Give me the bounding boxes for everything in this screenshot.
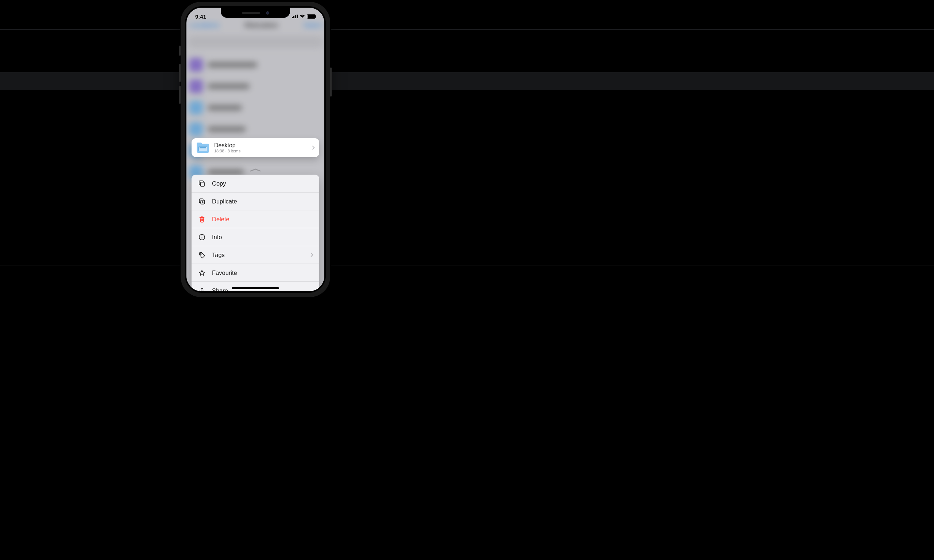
iphone-screen: 9:41 ‹ Locations Relocation Select — [186, 8, 324, 291]
preview-subtitle: 18:38 · 3 items — [214, 149, 240, 153]
status-indicators — [292, 11, 316, 18]
menu-item-delete[interactable]: Delete — [191, 210, 319, 228]
menu-label: Favourite — [212, 269, 237, 276]
menu-item-favourite[interactable]: Favourite — [191, 264, 319, 282]
share-icon — [198, 287, 205, 292]
duplicate-icon — [198, 198, 205, 205]
menu-item-tags[interactable]: Tags — [191, 246, 319, 264]
notch — [221, 8, 290, 18]
svg-point-3 — [201, 235, 202, 236]
volume-down-button — [179, 86, 180, 104]
menu-label: Info — [212, 234, 222, 241]
chevron-right-icon — [309, 253, 313, 257]
status-time: 9:41 — [195, 11, 206, 20]
volume-up-button — [179, 64, 180, 82]
power-button — [330, 68, 331, 97]
speaker-grille — [242, 12, 260, 14]
svg-point-4 — [200, 253, 201, 254]
menu-label: Copy — [212, 180, 226, 187]
menu-scroll-indicator[interactable] — [250, 167, 261, 170]
menu-item-share[interactable]: Share — [191, 282, 319, 291]
preview-title: Desktop — [214, 142, 240, 149]
cellular-signal-icon — [292, 15, 298, 18]
chevron-right-icon — [310, 145, 314, 149]
svg-rect-0 — [200, 182, 204, 186]
context-menu: Copy Duplicate — [191, 175, 319, 291]
menu-label: Duplicate — [212, 198, 237, 205]
menu-item-duplicate[interactable]: Duplicate — [191, 192, 319, 210]
mute-switch — [179, 46, 180, 56]
copy-icon — [198, 180, 205, 187]
battery-icon — [307, 14, 316, 18]
tag-icon — [198, 251, 205, 258]
menu-label: Delete — [212, 216, 230, 223]
menu-label: Share — [212, 287, 228, 291]
menu-item-copy[interactable]: Copy — [191, 175, 319, 192]
home-indicator[interactable] — [232, 287, 279, 289]
iphone-frame: 9:41 ‹ Locations Relocation Select — [180, 2, 330, 297]
folder-preview-card[interactable]: Desktop 18:38 · 3 items — [191, 138, 319, 157]
menu-label: Tags — [212, 252, 225, 258]
iphone-bezel: 9:41 ‹ Locations Relocation Select — [185, 6, 326, 293]
front-camera — [266, 11, 269, 15]
info-icon — [198, 233, 205, 241]
trash-icon — [198, 215, 205, 223]
star-icon — [198, 269, 205, 276]
menu-item-info[interactable]: Info — [191, 228, 319, 246]
folder-icon — [197, 143, 209, 153]
wifi-icon — [299, 15, 305, 18]
